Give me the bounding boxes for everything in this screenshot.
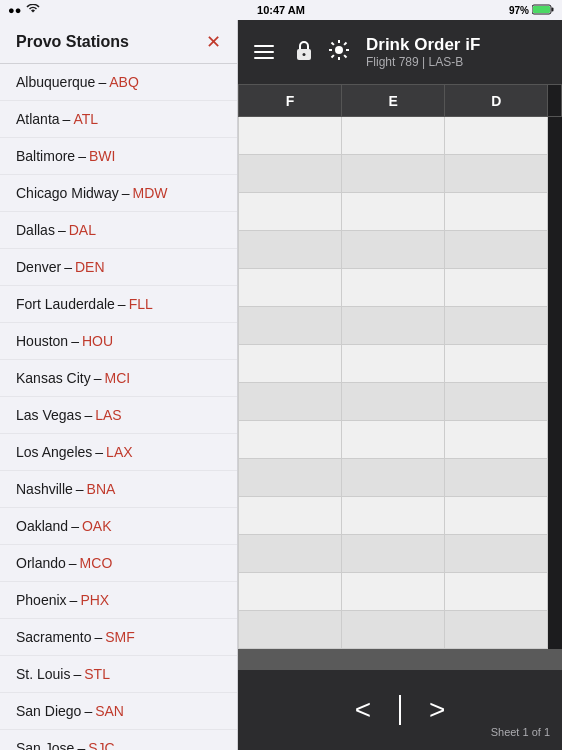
station-code: SMF	[105, 629, 135, 645]
table-cell[interactable]	[342, 345, 445, 383]
sidebar-item[interactable]: Albuquerque – ABQ	[0, 64, 237, 101]
sidebar-item[interactable]: Kansas City – MCI	[0, 360, 237, 397]
svg-line-11	[344, 55, 346, 57]
table-cell[interactable]	[342, 459, 445, 497]
table-cell[interactable]	[342, 155, 445, 193]
table-cell[interactable]	[239, 383, 342, 421]
table-cell[interactable]	[445, 155, 548, 193]
table-cell[interactable]	[239, 307, 342, 345]
station-code: DEN	[75, 259, 105, 275]
station-dash: –	[76, 481, 84, 497]
sidebar-item[interactable]: San Jose – SJC	[0, 730, 237, 750]
table-cell[interactable]	[239, 193, 342, 231]
hamburger-menu-button[interactable]	[248, 39, 280, 65]
col-header-f: F	[239, 85, 342, 117]
table-cell[interactable]	[548, 345, 562, 383]
table-cell[interactable]	[342, 117, 445, 155]
table-cell[interactable]	[239, 421, 342, 459]
sidebar-item[interactable]: Phoenix – PHX	[0, 582, 237, 619]
table-cell[interactable]	[548, 231, 562, 269]
table-cell[interactable]	[548, 497, 562, 535]
table-cell[interactable]	[445, 459, 548, 497]
table-cell[interactable]	[445, 573, 548, 611]
station-dash: –	[64, 259, 72, 275]
table-cell[interactable]	[445, 193, 548, 231]
table-cell[interactable]	[239, 459, 342, 497]
prev-sheet-button[interactable]: <	[347, 686, 379, 734]
table-cell[interactable]	[548, 307, 562, 345]
table-cell[interactable]	[548, 573, 562, 611]
table-cell[interactable]	[342, 383, 445, 421]
table-cell[interactable]	[548, 117, 562, 155]
sidebar-item[interactable]: Baltimore – BWI	[0, 138, 237, 175]
station-code: HOU	[82, 333, 113, 349]
table-row	[239, 269, 562, 307]
table-cell[interactable]	[239, 573, 342, 611]
station-code: MCI	[105, 370, 131, 386]
sidebar-item[interactable]: St. Louis – STL	[0, 656, 237, 693]
table-cell[interactable]	[239, 155, 342, 193]
table-cell[interactable]	[239, 611, 342, 649]
table-cell[interactable]	[239, 117, 342, 155]
close-sidebar-button[interactable]: ✕	[206, 31, 221, 53]
app-container: Provo Stations ✕ Albuquerque – ABQAtlant…	[0, 20, 562, 750]
table-cell[interactable]	[239, 231, 342, 269]
sidebar-item[interactable]: Sacramento – SMF	[0, 619, 237, 656]
table-cell[interactable]	[548, 155, 562, 193]
table-cell[interactable]	[239, 269, 342, 307]
sheet-info: Sheet 1 of 1	[491, 726, 550, 738]
table-cell[interactable]	[342, 231, 445, 269]
table-cell[interactable]	[342, 573, 445, 611]
station-name: Denver	[16, 259, 61, 275]
table-cell[interactable]	[239, 535, 342, 573]
table-cell[interactable]	[445, 535, 548, 573]
table-cell[interactable]	[548, 269, 562, 307]
table-cell[interactable]	[548, 611, 562, 649]
table-cell[interactable]	[445, 117, 548, 155]
sidebar-item[interactable]: Houston – HOU	[0, 323, 237, 360]
table-cell[interactable]	[548, 459, 562, 497]
table-cell[interactable]	[342, 535, 445, 573]
sidebar-item[interactable]: Atlanta – ATL	[0, 101, 237, 138]
sidebar-item[interactable]: San Diego – SAN	[0, 693, 237, 730]
next-sheet-button[interactable]: >	[421, 686, 453, 734]
sidebar-item[interactable]: Dallas – DAL	[0, 212, 237, 249]
table-cell[interactable]	[548, 535, 562, 573]
table-cell[interactable]	[445, 497, 548, 535]
table-cell[interactable]	[445, 421, 548, 459]
table-cell[interactable]	[445, 307, 548, 345]
sidebar-item[interactable]: Fort Lauderdale – FLL	[0, 286, 237, 323]
table-cell[interactable]	[445, 231, 548, 269]
table-cell[interactable]	[342, 269, 445, 307]
sidebar-item[interactable]: Los Angeles – LAX	[0, 434, 237, 471]
table-cell[interactable]	[342, 193, 445, 231]
table-cell[interactable]	[445, 383, 548, 421]
table-cell[interactable]	[239, 497, 342, 535]
brightness-icon[interactable]	[328, 39, 350, 66]
table-cell[interactable]	[342, 421, 445, 459]
nav-divider	[399, 695, 401, 725]
svg-line-10	[332, 42, 334, 44]
table-cell[interactable]	[548, 383, 562, 421]
station-name: San Jose	[16, 740, 74, 750]
sidebar-item[interactable]: Oakland – OAK	[0, 508, 237, 545]
sidebar-item[interactable]: Chicago Midway – MDW	[0, 175, 237, 212]
lock-icon[interactable]	[294, 39, 314, 66]
table-cell[interactable]	[445, 269, 548, 307]
table-cell[interactable]	[445, 345, 548, 383]
table-row	[239, 345, 562, 383]
sidebar-item[interactable]: Denver – DEN	[0, 249, 237, 286]
table-cell[interactable]	[445, 611, 548, 649]
sidebar-item[interactable]: Nashville – BNA	[0, 471, 237, 508]
table-cell[interactable]	[239, 345, 342, 383]
table-cell[interactable]	[342, 497, 445, 535]
sidebar-item[interactable]: Las Vegas – LAS	[0, 397, 237, 434]
station-code: FLL	[129, 296, 153, 312]
station-code: MDW	[133, 185, 168, 201]
table-cell[interactable]	[548, 193, 562, 231]
table-cell[interactable]	[548, 421, 562, 459]
sidebar-header: Provo Stations ✕	[0, 20, 237, 64]
table-cell[interactable]	[342, 307, 445, 345]
sidebar-item[interactable]: Orlando – MCO	[0, 545, 237, 582]
table-cell[interactable]	[342, 611, 445, 649]
